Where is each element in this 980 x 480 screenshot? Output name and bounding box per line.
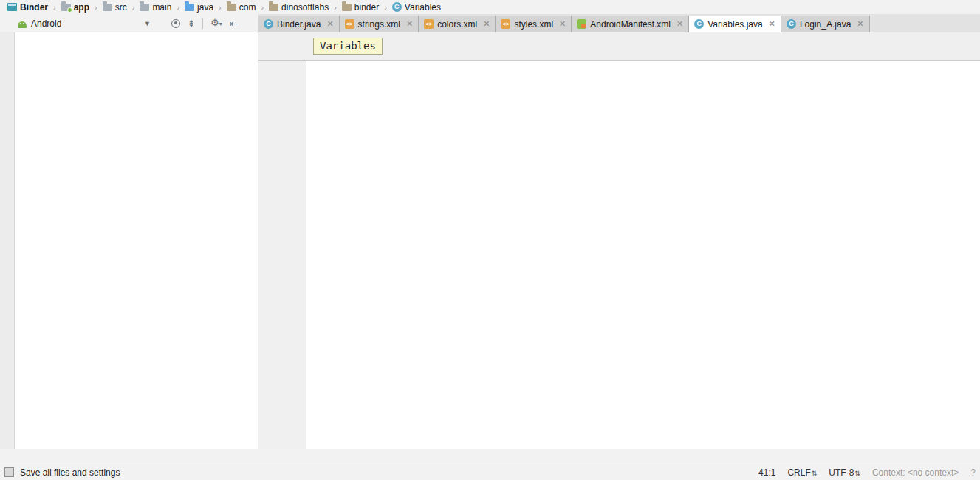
breadcrumb-label: app (74, 2, 89, 13)
breadcrumb-item[interactable]: com (225, 0, 258, 14)
folder-app-icon (61, 4, 71, 11)
tab-label: styles.xml (514, 19, 553, 30)
close-icon[interactable]: ✕ (676, 19, 683, 29)
xml-file-icon: <> (501, 19, 510, 29)
breadcrumb-item[interactable]: dinosoftlabs (267, 0, 330, 14)
breadcrumb-item[interactable]: main (138, 0, 173, 14)
updown-icon: ⇅ (854, 470, 860, 477)
java-class-icon: C (787, 19, 796, 29)
breadcrumb-label: src (115, 2, 127, 13)
tool-window-stripe (0, 32, 15, 449)
tab-label: AndroidManifest.xml (590, 19, 671, 30)
tab-colors-xml[interactable]: <>colors.xml✕ (419, 16, 496, 32)
tab-label: strings.xml (358, 19, 400, 30)
encoding-widget[interactable]: UTF-8⇅ (829, 467, 860, 478)
close-icon[interactable]: ✕ (857, 19, 863, 29)
breadcrumb: Binder›app›src›main›java›com›dinosoftlab… (0, 0, 980, 14)
xml-file-icon: <> (424, 19, 434, 29)
breadcrumb-separator: › (334, 3, 337, 12)
run-config-label: Android (31, 18, 61, 29)
code-editor[interactable]: Variables (258, 32, 980, 449)
breadcrumb-label: main (152, 2, 171, 13)
breadcrumb-separator: › (132, 3, 135, 12)
folder-gray-icon (140, 4, 149, 11)
android-icon (18, 21, 27, 28)
folder-gray-icon (103, 4, 112, 11)
window-icon (7, 3, 17, 11)
manifest-file-icon (577, 19, 586, 29)
status-message-area: Save all files and settings (0, 467, 120, 478)
run-config-selector[interactable]: Android ▼ (18, 18, 151, 29)
help-label: ? (970, 467, 976, 478)
tab-label: Variables.java (707, 19, 762, 30)
breadcrumb-separator: › (53, 3, 56, 12)
breadcrumb-label: Binder (20, 2, 48, 13)
breadcrumb-label: java (197, 2, 213, 13)
editor-gutter (258, 61, 306, 449)
close-icon[interactable]: ✕ (483, 19, 490, 29)
editor-tab-bar: CBinder.java✕<>strings.xml✕<>colors.xml✕… (258, 14, 980, 32)
folder-tan-icon (269, 4, 278, 11)
tab-login-a-java[interactable]: CLogin_A.java✕ (781, 16, 870, 32)
breadcrumb-separator: › (95, 3, 97, 12)
breadcrumb-item[interactable]: binder (340, 0, 380, 14)
breadcrumb-label: binder (354, 2, 379, 13)
tab-strings-xml[interactable]: <>strings.xml✕ (340, 16, 419, 32)
breadcrumb-item[interactable]: app (60, 0, 91, 14)
close-icon[interactable]: ✕ (326, 19, 333, 29)
chevron-down-icon: ▼ (144, 20, 151, 27)
save-icon (4, 467, 14, 477)
context-widget[interactable]: Context: <no context> (872, 467, 959, 478)
run-config-toolbar: Android ▼ ⇟ ⚙▾ ⇤ (0, 14, 258, 32)
pin-left-icon[interactable]: ⇤ (230, 18, 237, 29)
breadcrumb-separator: › (261, 3, 264, 12)
tab-styles-xml[interactable]: <>styles.xml✕ (496, 16, 572, 32)
caret-position-widget[interactable]: 41:1 (758, 467, 775, 478)
breadcrumb-item[interactable]: CVariables (391, 0, 442, 14)
tab-variables-java[interactable]: CVariables.java✕ (689, 16, 781, 32)
android-studio-window: Binder›app›src›main›java›com›dinosoftlab… (0, 0, 980, 480)
breadcrumb-item[interactable]: java (183, 0, 215, 14)
status-widgets: 41:1 CRLF⇅ UTF-8⇅ Context: <no context> … (758, 467, 980, 478)
breadcrumb-label: dinosoftlabs (281, 2, 329, 13)
close-icon[interactable]: ✕ (406, 19, 413, 29)
breadcrumb-separator: › (219, 3, 222, 12)
breadcrumb-item[interactable]: src (101, 0, 129, 14)
tab-androidmanifest-xml[interactable]: AndroidManifest.xml✕ (572, 16, 689, 32)
project-tree (15, 32, 258, 449)
breadcrumb-separator: › (177, 3, 179, 12)
folder-blue-icon (185, 4, 194, 11)
folder-tan-icon (342, 4, 352, 11)
collapse-icon[interactable]: ⇟ (188, 18, 195, 29)
close-icon[interactable]: ✕ (559, 19, 566, 29)
class-icon: C (392, 2, 402, 12)
breadcrumb-item[interactable]: Binder (6, 0, 49, 14)
target-icon[interactable] (171, 19, 180, 28)
folder-tan-icon (227, 4, 236, 11)
tab-label: Login_A.java (800, 19, 851, 30)
xml-file-icon: <> (345, 19, 354, 29)
tool-window-bar (0, 449, 980, 464)
toolbar-icons: ⇟ ⚙▾ ⇤ (171, 18, 237, 29)
breadcrumb-label: com (239, 2, 256, 13)
tab-binder-java[interactable]: CBinder.java✕ (258, 16, 340, 32)
variables-tooltip: Variables (313, 38, 383, 55)
breadcrumb-separator: › (384, 3, 387, 12)
java-class-icon: C (694, 19, 704, 29)
close-icon[interactable]: ✕ (769, 19, 775, 29)
java-class-icon: C (264, 19, 273, 29)
line-ending-widget[interactable]: CRLF⇅ (787, 467, 817, 478)
status-message: Save all files and settings (20, 467, 120, 478)
tab-label: Binder.java (277, 19, 321, 30)
toolbar-and-tabs-row: Android ▼ ⇟ ⚙▾ ⇤ CBinder.java✕<>strings.… (0, 14, 980, 32)
toolbar-divider (202, 18, 203, 29)
status-bar: Save all files and settings 41:1 CRLF⇅ U… (0, 464, 980, 480)
gear-icon[interactable]: ⚙▾ (210, 18, 222, 29)
tab-label: colors.xml (437, 19, 477, 30)
breadcrumb-label: Variables (405, 2, 441, 13)
updown-icon: ⇅ (812, 470, 818, 477)
editor-header-strip: Variables (258, 32, 980, 61)
